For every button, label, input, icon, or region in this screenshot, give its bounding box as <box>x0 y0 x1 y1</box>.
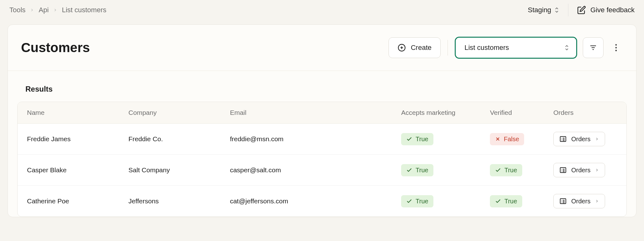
column-header-verified[interactable]: Verified <box>480 102 544 124</box>
check-icon <box>406 167 412 173</box>
badge-label: False <box>504 136 519 143</box>
environment-label: Staging <box>528 6 551 14</box>
list-icon <box>559 166 567 174</box>
badge-label: True <box>504 198 517 205</box>
view-selector[interactable]: List customers <box>455 37 577 59</box>
more-vertical-icon <box>615 43 617 52</box>
column-header-orders[interactable]: Orders <box>544 102 626 124</box>
table-row[interactable]: Casper BlakeSalt Companycasper@salt.comT… <box>18 155 626 186</box>
table-row[interactable]: Freddie JamesFreddie Co.freddie@msn.comT… <box>18 124 626 155</box>
plus-circle-icon <box>398 44 406 52</box>
cell-orders: Orders <box>544 124 626 155</box>
check-icon <box>406 136 412 142</box>
cell-verified: False <box>480 124 544 155</box>
badge-true: True <box>490 164 522 176</box>
cell-name: Freddie James <box>18 124 119 155</box>
feedback-label: Give feedback <box>590 6 635 14</box>
cell-email: casper@salt.com <box>221 155 392 186</box>
create-label: Create <box>411 44 432 52</box>
main-card: Customers Create List customers <box>8 24 636 217</box>
list-icon <box>559 197 567 205</box>
chevron-right-icon <box>595 199 599 203</box>
column-header-email[interactable]: Email <box>221 102 392 124</box>
cell-verified: True <box>480 186 544 217</box>
filter-icon <box>589 44 597 51</box>
table-row[interactable]: Catherine PoeJeffersonscat@jeffersons.co… <box>18 186 626 217</box>
badge-label: True <box>416 198 428 205</box>
environment-selector[interactable]: Staging <box>528 6 560 14</box>
create-button[interactable]: Create <box>389 37 441 58</box>
chevron-up-down-icon <box>554 7 559 13</box>
breadcrumb-item-tools[interactable]: Tools <box>9 6 25 14</box>
cell-marketing: True <box>392 186 480 217</box>
orders-button[interactable]: Orders <box>553 194 605 208</box>
orders-button[interactable]: Orders <box>553 132 605 146</box>
svg-point-7 <box>615 47 617 49</box>
divider <box>568 4 568 16</box>
results-heading: Results <box>25 85 627 94</box>
cell-email: cat@jeffersons.com <box>221 186 392 217</box>
badge-false: False <box>490 133 524 145</box>
cell-name: Catherine Poe <box>18 186 119 217</box>
chevron-right-icon <box>30 8 34 12</box>
orders-label: Orders <box>571 136 590 143</box>
chevron-right-icon <box>595 168 599 172</box>
cell-company: Jeffersons <box>119 186 220 217</box>
column-header-company[interactable]: Company <box>119 102 220 124</box>
badge-label: True <box>504 167 517 174</box>
results-table: Name Company Email Accepts marketing Ver… <box>17 102 627 217</box>
cell-orders: Orders <box>544 155 626 186</box>
filter-button[interactable] <box>583 37 604 58</box>
cell-company: Salt Company <box>119 155 220 186</box>
x-icon <box>495 136 501 142</box>
svg-point-6 <box>615 44 617 46</box>
badge-true: True <box>401 195 433 207</box>
badge-label: True <box>416 167 428 174</box>
more-options-button[interactable] <box>609 37 623 58</box>
cell-name: Casper Blake <box>18 155 119 186</box>
cell-verified: True <box>480 155 544 186</box>
column-header-marketing[interactable]: Accepts marketing <box>392 102 480 124</box>
check-icon <box>406 198 412 204</box>
give-feedback-button[interactable]: Give feedback <box>577 6 635 14</box>
breadcrumb-item-current[interactable]: List customers <box>62 6 106 14</box>
page-title: Customers <box>21 40 90 55</box>
svg-point-8 <box>615 50 617 51</box>
cell-orders: Orders <box>544 186 626 217</box>
cell-company: Freddie Co. <box>119 124 220 155</box>
cell-email: freddie@msn.com <box>221 124 392 155</box>
cell-marketing: True <box>392 155 480 186</box>
check-icon <box>495 167 501 173</box>
cell-marketing: True <box>392 124 480 155</box>
view-selector-label: List customers <box>464 44 509 52</box>
list-icon <box>559 135 567 143</box>
edit-icon <box>577 6 586 14</box>
breadcrumb: Tools Api List customers <box>9 6 106 14</box>
chevron-up-down-icon <box>564 44 569 51</box>
column-header-name[interactable]: Name <box>18 102 119 124</box>
orders-label: Orders <box>571 198 590 205</box>
chevron-right-icon <box>595 137 599 141</box>
divider <box>448 40 448 56</box>
breadcrumb-item-api[interactable]: Api <box>39 6 49 14</box>
orders-label: Orders <box>571 167 590 174</box>
check-icon <box>495 198 501 204</box>
badge-true: True <box>490 195 522 207</box>
badge-true: True <box>401 133 433 145</box>
orders-button[interactable]: Orders <box>553 163 605 177</box>
badge-true: True <box>401 164 433 176</box>
chevron-right-icon <box>53 8 57 12</box>
badge-label: True <box>416 136 428 143</box>
